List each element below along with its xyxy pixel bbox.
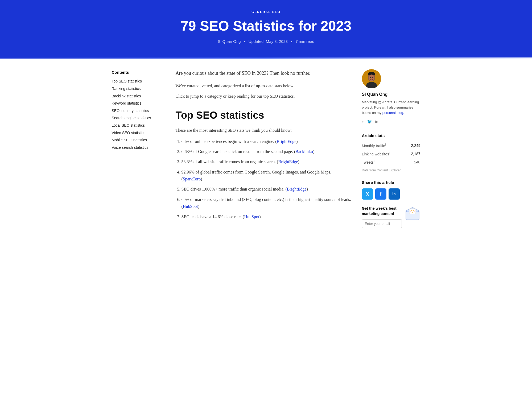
toc-link-search-engine[interactable]: Search engine statistics — [112, 115, 165, 121]
article-stats-heading: Article stats — [362, 133, 420, 139]
list-item: 53.3% of all website traffic comes from … — [182, 158, 351, 165]
author-website-link[interactable]: ⌂ — [362, 118, 365, 125]
twitter-share-icon: 𝕏 — [366, 192, 369, 197]
list-item: 68% of online experiences begin with a s… — [182, 138, 351, 145]
updated-date: Updated: May 8, 2023 — [249, 38, 288, 45]
dot-divider-1 — [244, 41, 245, 42]
section-title-top-seo: Top SEO statistics — [176, 109, 351, 122]
list-item[interactable]: Ranking statistics — [112, 86, 165, 92]
toc-link-keyword[interactable]: Keyword statistics — [112, 101, 165, 106]
newsletter-heading: Get the week's best marketing content — [362, 206, 402, 216]
toc-link-backlink[interactable]: Backlink statistics — [112, 94, 165, 99]
stat-row-tweets: Tweetsi 240 — [362, 158, 420, 166]
page-title: 79 SEO Statistics for 2023 — [5, 18, 527, 34]
list-item: SEO leads have a 14.6% close rate. (HubS… — [182, 213, 351, 220]
article-meta: Si Quan Ong Updated: May 8, 2023 7 min r… — [5, 38, 527, 45]
newsletter-email-input[interactable] — [362, 219, 402, 228]
stat-value-traffic: 2,249 — [411, 143, 420, 149]
toc-list: Top SEO statistics Ranking statistics Ba… — [112, 79, 165, 150]
stat-link-brightedge-2[interactable]: BrightEdge — [278, 159, 298, 164]
list-item[interactable]: Voice search statistics — [112, 145, 165, 150]
read-time: 7 min read — [295, 38, 314, 45]
stat-link-backlinko[interactable]: Backlinko — [295, 149, 313, 154]
list-item[interactable]: SEO industry statistics — [112, 108, 165, 114]
linkedin-share-icon: in — [392, 192, 395, 196]
newsletter-section: Get the week's best marketing content — [362, 206, 420, 228]
article-stats: Article stats Monthly traffici 2,249 Lin… — [362, 133, 420, 173]
share-heading: Share this article — [362, 179, 420, 186]
intro-line1: Are you curious about the state of SEO i… — [176, 69, 351, 77]
stat-text-7: SEO leads have a 14.6% close rate. (HubS… — [182, 214, 261, 219]
author-twitter-link[interactable]: 🐦 — [367, 118, 372, 125]
stat-text-6: 60% of marketers say that inbound (SEO, … — [182, 197, 351, 209]
avatar — [362, 69, 381, 88]
list-item: 0.63% of Google searchers click on resul… — [182, 148, 351, 155]
stat-label-linking: Linking websitesi — [362, 151, 390, 157]
toc-link-video[interactable]: Video SEO statistics — [112, 130, 165, 136]
category-label: GENERAL SEO — [5, 10, 527, 15]
list-item[interactable]: Local SEO statistics — [112, 123, 165, 128]
list-item[interactable]: Backlink statistics — [112, 94, 165, 99]
intro-line3: Click to jump to a category or keep read… — [176, 93, 351, 100]
author-name-meta: Si Quan Ong — [218, 38, 241, 45]
stat-row-linking: Linking websitesi 2,187 — [362, 150, 420, 158]
page-header: GENERAL SEO 79 SEO Statistics for 2023 S… — [0, 0, 532, 57]
list-item[interactable]: Top SEO statistics — [112, 79, 165, 84]
stat-text-2: 0.63% of Google searchers click on resul… — [182, 149, 315, 154]
share-buttons: 𝕏 f in — [362, 188, 420, 200]
stat-text-4: 92.96% of global traffic comes from Goog… — [182, 170, 331, 181]
avatar-image — [362, 69, 381, 88]
dot-divider-2 — [291, 41, 292, 42]
svg-point-5 — [370, 77, 371, 78]
toc-link-voice[interactable]: Voice search statistics — [112, 145, 165, 150]
mail-icon — [405, 206, 420, 222]
twitter-icon: 🐦 — [367, 119, 372, 124]
svg-point-11 — [410, 211, 411, 212]
author-linkedin-link[interactable]: in — [375, 118, 378, 125]
stat-link-hubspot-2[interactable]: HubSpot — [244, 214, 259, 219]
stat-text-3: 53.3% of all website traffic comes from … — [182, 159, 299, 164]
share-twitter-button[interactable]: 𝕏 — [362, 188, 373, 200]
toc-link-ranking[interactable]: Ranking statistics — [112, 86, 165, 92]
svg-point-9 — [411, 210, 412, 211]
author-bio: Marketing @ Ahrefs. Current learning pro… — [362, 100, 420, 115]
stat-text-1: 68% of online experiences begin with a s… — [182, 139, 298, 144]
toc-link-local[interactable]: Local SEO statistics — [112, 123, 165, 128]
share-linkedin-button[interactable]: in — [389, 188, 400, 200]
list-item[interactable]: Keyword statistics — [112, 101, 165, 106]
toc-link-industry[interactable]: SEO industry statistics — [112, 108, 165, 114]
section-lead: These are the most interesting SEO stats… — [176, 127, 351, 134]
author-bio-link[interactable]: personal blog. — [382, 111, 404, 115]
toc-link-mobile[interactable]: Mobile SEO statistics — [112, 138, 165, 143]
stat-list: 68% of online experiences begin with a s… — [176, 138, 351, 221]
author-name: Si Quan Ong — [362, 91, 420, 98]
stat-row-traffic: Monthly traffici 2,249 — [362, 142, 420, 150]
list-item[interactable]: Video SEO statistics — [112, 130, 165, 136]
stat-link-brightedge-3[interactable]: BrightEdge — [287, 187, 307, 191]
list-item: 92.96% of global traffic comes from Goog… — [182, 169, 351, 183]
share-section: Share this article 𝕏 f in — [362, 179, 420, 200]
stat-source: Data from Content Explorer — [362, 168, 420, 173]
stat-link-brightedge-1[interactable]: BrightEdge — [277, 139, 296, 144]
stat-text-5: SEO drives 1,000%+ more traffic than org… — [182, 187, 308, 191]
main-content: Are you curious about the state of SEO i… — [176, 69, 351, 228]
table-of-contents: Contents Top SEO statistics Ranking stat… — [112, 69, 165, 228]
author-card: Si Quan Ong Marketing @ Ahrefs. Current … — [362, 69, 420, 125]
svg-point-12 — [414, 211, 415, 212]
stat-link-sparktoro[interactable]: SparkToro — [183, 177, 201, 181]
share-facebook-button[interactable]: f — [375, 188, 386, 200]
newsletter-text: Get the week's best marketing content — [362, 206, 402, 228]
stat-label-tweets: Tweetsi — [362, 159, 375, 165]
stat-value-tweets: 240 — [414, 159, 420, 165]
svg-point-6 — [372, 77, 373, 78]
intro-line2: We've curated, vetted, and categorized a… — [176, 82, 351, 89]
stat-label-traffic: Monthly traffici — [362, 143, 386, 149]
home-icon: ⌂ — [362, 119, 365, 124]
list-item[interactable]: Search engine statistics — [112, 115, 165, 121]
page-body: Contents Top SEO statistics Ranking stat… — [106, 59, 426, 238]
list-item[interactable]: Mobile SEO statistics — [112, 138, 165, 143]
toc-link-top-seo[interactable]: Top SEO statistics — [112, 79, 165, 84]
right-sidebar: Si Quan Ong Marketing @ Ahrefs. Current … — [362, 69, 420, 228]
stat-link-hubspot-1[interactable]: HubSpot — [183, 204, 198, 209]
linkedin-icon: in — [375, 119, 378, 124]
